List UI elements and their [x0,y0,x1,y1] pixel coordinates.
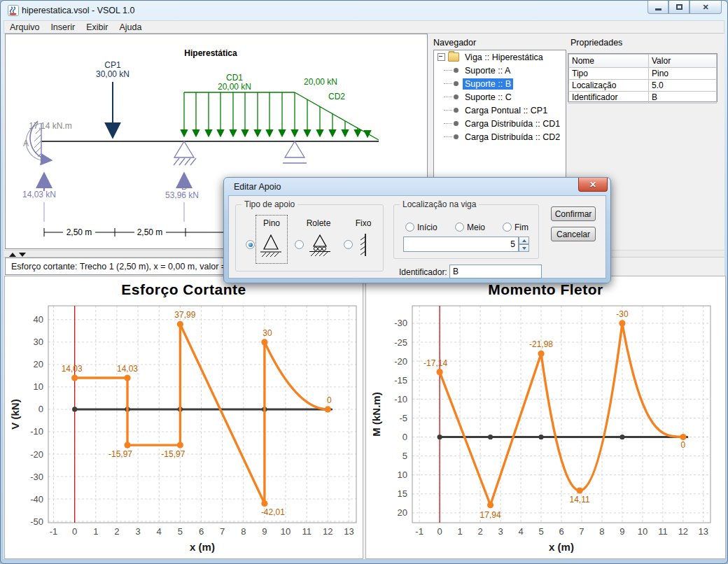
tree-item-suporte-a[interactable]: Suporte :: A [434,64,566,77]
tree-connector [444,110,452,111]
identifier-input[interactable]: B [449,265,542,279]
col-valor[interactable]: Valor [649,55,717,68]
x-tick-label: 6 [199,526,204,537]
radio-rolete[interactable] [295,240,304,249]
collapse-up-icon[interactable] [9,253,16,257]
y-tick-label: -15 [394,375,407,386]
window-controls: ✕ [648,1,722,15]
x-tick-label: 0 [438,526,442,537]
spinner-down-button[interactable] [519,244,529,252]
properties-table-panel: Nome Valor TipoPino Localização5.0 Ident… [568,53,718,102]
window-title: hiperestatica.vsol - VSOL 1.0 [22,6,134,15]
x-tick-label: 13 [344,526,354,537]
shear-chart-panel: -1012345678910111213403020100-10-20-30-4… [4,276,363,559]
tree-connector [444,70,452,71]
collapse-icon[interactable] [438,53,445,61]
node-icon [454,134,458,139]
data-point [538,351,544,357]
x-tick-label: 1 [93,526,98,537]
reaction-b-label: 53,96 kN [165,190,199,200]
table-row[interactable]: Localização5.0 [569,80,717,92]
collapse-down-icon[interactable] [19,253,26,257]
x-tick-label: 3 [135,526,140,537]
node-dot [488,435,493,439]
radio-fim-label[interactable]: Fim [514,223,528,232]
x-tick-label: 3 [498,526,503,537]
radio-meio-label[interactable]: Meio [467,223,485,232]
close-button[interactable]: ✕ [690,1,722,14]
tree-root-viga[interactable]: Viga :: Hiperestática [434,50,566,64]
properties-panel-title: Propriedades [570,38,622,48]
dialog-close-button[interactable]: ✕ [578,178,608,192]
menu-inserir[interactable]: Inserir [45,22,80,33]
data-point [261,339,267,345]
radio-meio[interactable] [455,223,464,232]
menu-arquivo[interactable]: Arquivo [4,22,45,33]
point-label: -17,14 [424,358,447,368]
col-nome[interactable]: Nome [569,55,649,68]
x-tick-label: 12 [678,526,688,537]
spinner-up-button[interactable] [519,237,529,244]
minimize-button[interactable] [648,1,668,14]
x-tick-label: 2 [477,526,482,537]
close-icon: ✕ [702,3,708,11]
tree-connector [444,136,452,138]
point-label: -30 [616,309,629,319]
cancel-button[interactable]: Cancelar [551,227,596,241]
radio-rolete-label[interactable]: Rolete [302,218,335,228]
confirm-button[interactable]: Confirmar [551,206,596,221]
x-tick-label: 4 [518,526,523,537]
radio-fim[interactable] [503,223,512,232]
x-tick-label: 11 [658,526,668,537]
menu-ajuda[interactable]: Ajuda [113,22,147,33]
table-row[interactable]: TipoPino [569,68,717,80]
data-point [487,502,493,508]
tree-item-suporte-b[interactable]: Suporte :: B [434,77,566,90]
y-tick-label: 5 [402,451,407,461]
tree-item-carga-pontual-cp1[interactable]: Carga Pontual :: CP1 [434,104,566,117]
tree-item-carga-distribuida-cd2[interactable]: Carga Distribuída :: CD2 [434,130,566,143]
x-tick-label: 11 [302,526,312,537]
location-group-label: Localização na viga [400,199,479,209]
point-label: 14,11 [570,495,590,505]
table-row[interactable]: IdentificadorB [569,92,717,104]
x-axis-label: x (m) [549,541,574,553]
tree-item-carga-distribuida-cd1[interactable]: Carga Distribuída :: CD1 [434,117,566,130]
y-tick-label: 30 [34,337,43,347]
client-area: Hiperestática CP1 30,00 kN CD1 20,00 kN [4,34,724,559]
title-bar[interactable]: hiperestatica.vsol - VSOL 1.0 ✕ [1,1,727,20]
node-dot [438,435,442,439]
shear-chart: -1012345678910111213403020100-10-20-30-4… [5,276,363,556]
x-tick-label: 8 [241,526,246,537]
node-icon [454,68,458,73]
reaction-a-label: 14,03 kN [22,190,56,199]
radio-pino[interactable] [246,240,255,249]
data-point [177,442,183,448]
radio-fixo-label[interactable]: Fixo [353,218,374,228]
tree-root-label[interactable]: Viga :: Hiperestática [463,52,545,63]
radio-fixo[interactable] [344,240,353,249]
dim-1-label: 2,50 m [66,227,92,237]
point-label: 14,03 [117,364,138,374]
x-tick-label: -1 [50,526,58,537]
editar-apoio-dialog[interactable]: Editar Apoio ✕ Tipo de apoio Pino Rolete [223,177,611,283]
x-tick-label: 7 [579,526,584,537]
y-tick-label: -30 [30,472,43,482]
radio-inicio-label[interactable]: Início [417,223,438,232]
moment-chart-panel: -1012345678910111213-30-25-20-15-10-5051… [365,276,726,559]
tree-item-suporte-c[interactable]: Suporte :: C [434,90,566,104]
data-point [261,500,267,507]
x-tick-label: 7 [220,526,225,537]
location-spinner-input[interactable]: 5 [403,237,519,252]
menu-exibir[interactable]: Exibir [80,22,113,33]
cp1-value-label: 30,00 kN [96,69,130,79]
radio-pino-label[interactable]: Pino [260,218,283,228]
series-line [440,323,683,505]
dialog-title: Editar Apoio [234,182,281,192]
support-a-label: A [23,139,29,148]
x-tick-label: 10 [281,526,290,537]
radio-inicio[interactable] [405,223,414,232]
y-tick-label: 0 [38,404,43,414]
point-label: -15,97 [108,449,132,459]
maximize-button[interactable] [668,1,690,14]
